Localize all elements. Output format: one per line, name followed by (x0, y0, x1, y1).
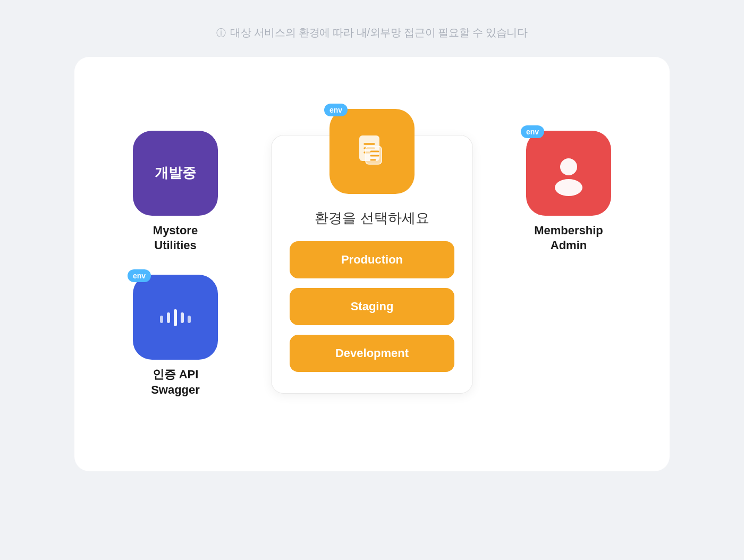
svg-point-2 (560, 158, 577, 175)
production-button[interactable]: Production (290, 241, 454, 278)
center-icon-wrapper: env (329, 109, 415, 194)
app-membership: env MembershipAdmin (526, 131, 611, 253)
api-env-badge: env (128, 269, 151, 282)
center-app-item: env (329, 109, 415, 194)
api-icon-wrapper: env (133, 275, 218, 360)
mystore-icon-wrapper: 개발중 (133, 131, 218, 216)
development-button[interactable]: Development (290, 335, 454, 372)
svg-rect-7 (181, 312, 184, 323)
main-card: 개발중 MystoreUtilities env (74, 57, 670, 471)
app-api-swagger: env 인증 APISwagger (133, 275, 218, 397)
info-bar: ⓘ 대상 서비스의 환경에 따라 내/외부망 접근이 필요할 수 있습니다 (216, 26, 527, 40)
svg-rect-5 (167, 312, 170, 323)
api-name: 인증 APISwagger (151, 367, 200, 397)
membership-icon-wrapper: env (526, 131, 611, 216)
svg-point-3 (555, 179, 582, 196)
membership-env-badge: env (521, 125, 544, 138)
svg-rect-6 (160, 316, 163, 323)
api-icon (133, 275, 218, 360)
center-env-badge: env (324, 104, 348, 116)
app-mystore: 개발중 MystoreUtilities (133, 131, 218, 253)
svg-rect-8 (188, 316, 191, 323)
mystore-icon: 개발중 (133, 131, 218, 216)
staging-button[interactable]: Staging (290, 288, 454, 325)
env-popup: env 환경을 선택하세요 Production Staging Deve (271, 135, 473, 394)
center-app-icon (329, 109, 415, 194)
grid-layout: 개발중 MystoreUtilities env (117, 131, 627, 397)
mystore-name: MystoreUtilities (153, 223, 198, 253)
membership-name: MembershipAdmin (534, 223, 603, 253)
popup-title: 환경을 선택하세요 (315, 209, 429, 227)
svg-rect-4 (174, 309, 177, 326)
info-text: 대상 서비스의 환경에 따라 내/외부망 접근이 필요할 수 있습니다 (230, 26, 528, 40)
wifi-broadcast-icon (151, 293, 199, 341)
mystore-kr-label: 개발중 (155, 164, 196, 182)
center-doc-icon (351, 130, 393, 173)
info-icon: ⓘ (216, 27, 226, 39)
membership-icon (526, 131, 611, 216)
person-icon (545, 149, 593, 197)
